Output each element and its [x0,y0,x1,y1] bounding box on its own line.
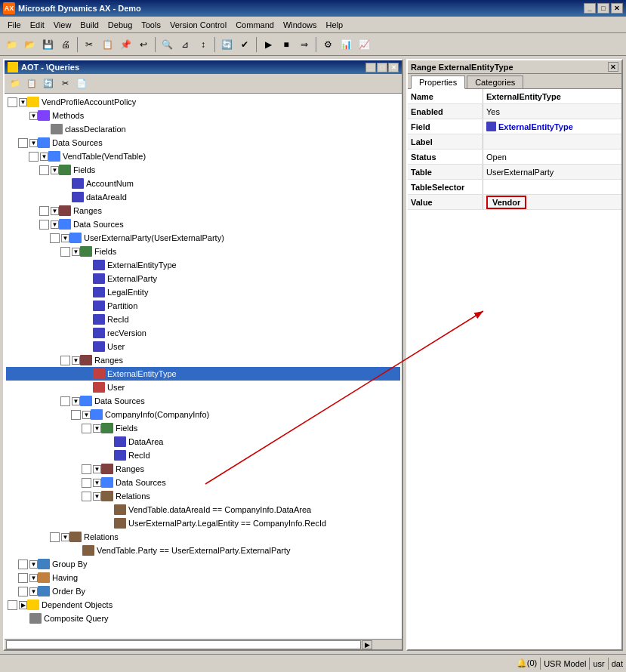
prop-value[interactable]: Vendor [483,195,621,209]
aot-minimize[interactable]: _ [365,63,376,72]
toolbar-check[interactable]: ✔ [236,36,253,53]
tree-expander[interactable] [82,368,93,379]
tree-expander[interactable] [82,273,93,284]
menu-help[interactable]: Help [322,19,348,31]
tree-item[interactable]: RecId [6,449,400,462]
toolbar-play[interactable]: ▶ [260,36,276,53]
tree-expander[interactable] [61,178,72,189]
tree-expander[interactable] [103,504,114,515]
tree-expander[interactable]: ▼ [93,424,101,433]
tree-expander[interactable] [82,328,93,338]
tree-checkbox[interactable] [29,152,39,162]
tree-expander[interactable]: ▼ [93,479,101,487]
tree-expander[interactable] [19,613,29,624]
tree-view[interactable]: ▼VendProfileAccountPolicy▼MethodsclassDe… [5,94,402,639]
menu-tools[interactable]: Tools [137,19,165,31]
tree-item[interactable]: ▼Ranges [6,462,400,476]
tree-expander[interactable] [82,287,93,297]
maximize-button[interactable]: □ [597,3,609,14]
tree-item[interactable]: VendTable.dataAreaId == CompanyInfo.Data… [6,503,400,516]
toolbar-cut[interactable]: ✂ [81,36,97,53]
tree-item[interactable]: ▼Ranges [6,353,400,367]
tree-expander[interactable]: ▼ [19,98,27,106]
tree-expander[interactable] [82,341,93,352]
window-controls[interactable]: _ □ ✕ [584,3,623,14]
tree-expander[interactable]: ▼ [29,574,38,582]
tree-checkbox[interactable] [82,492,91,501]
tree-item[interactable]: User [6,381,400,394]
tree-item[interactable]: dataAreaId [6,190,400,204]
aot-tool-new[interactable]: 📁 [8,76,23,91]
tree-expander[interactable]: ▼ [93,492,101,501]
tree-item[interactable]: ▼Ranges [6,204,400,217]
tree-checkbox[interactable] [39,220,49,230]
tree-expander[interactable]: ▼ [72,356,80,365]
tree-expander[interactable] [40,124,51,134]
menu-debug[interactable]: Debug [103,19,137,31]
tree-expander[interactable]: ▼ [29,112,38,120]
tree-checkbox[interactable] [60,396,70,406]
tree-expander[interactable] [82,260,93,270]
tree-expander[interactable]: ▼ [61,533,69,541]
menu-version-control[interactable]: Version Control [165,19,231,31]
toolbar-open[interactable]: 📂 [21,36,38,53]
tree-expander[interactable] [103,436,114,447]
scroll-right[interactable]: ▶ [362,640,372,649]
menu-edit[interactable]: Edit [26,19,49,31]
tree-expander[interactable] [103,450,114,461]
tree-item[interactable]: ExternalEntityType [6,258,400,272]
tree-item[interactable]: ▼Data Sources [6,394,400,408]
toolbar-print[interactable]: 🖨 [57,36,74,53]
menu-build[interactable]: Build [76,19,103,31]
tree-item[interactable]: ▼Having [6,571,400,584]
tree-checkbox[interactable] [39,206,49,216]
tree-checkbox[interactable] [82,478,91,488]
tree-item[interactable]: ▼CompanyInfo(CompanyInfo) [6,408,400,421]
tree-checkbox[interactable] [82,464,91,474]
tree-item[interactable]: ▼Fields [6,245,400,258]
aot-tool-copy[interactable]: 📋 [24,76,39,91]
tree-item[interactable]: LegalEntity [6,285,400,299]
tree-item[interactable]: ▼Order By [6,584,400,598]
tree-expander[interactable] [82,301,93,311]
tree-checkbox[interactable] [60,247,70,257]
tree-item[interactable]: Composite Query [6,612,400,625]
tree-item[interactable]: ▼VendProfileAccountPolicy [6,95,400,109]
tree-checkbox[interactable] [18,587,28,596]
tree-checkbox[interactable] [50,532,60,542]
toolbar-extra1[interactable]: ⚙ [319,36,336,53]
tree-expander[interactable]: ▼ [51,166,59,174]
toolbar-find[interactable]: 🔍 [159,36,175,53]
toolbar-filter[interactable]: ⊿ [177,36,193,53]
tree-expander[interactable]: ▼ [72,248,80,256]
menu-windows[interactable]: Windows [279,19,322,31]
tree-item[interactable]: UserExternalParty.LegalEntity == Company… [6,516,400,530]
tree-expander[interactable]: ▼ [61,234,69,242]
aot-tool-refresh[interactable]: 🔄 [41,76,56,91]
aot-tool-doc[interactable]: 📄 [74,76,89,91]
toolbar-stop[interactable]: ■ [278,36,294,53]
tree-expander[interactable]: ▼ [51,220,59,229]
toolbar-new[interactable]: 📁 [3,36,20,53]
tree-expander[interactable] [61,192,72,202]
tree-expander[interactable]: ▼ [40,153,48,161]
tree-item[interactable]: ▼Data Sources [6,476,400,489]
tree-item[interactable]: ▼Data Sources [6,136,400,150]
toolbar-undo[interactable]: ↩ [135,36,152,53]
tree-expander[interactable]: ▼ [29,139,38,147]
toolbar-extra2[interactable]: 📊 [338,36,354,53]
aot-close[interactable]: ✕ [388,63,399,72]
tree-expander[interactable] [82,314,93,325]
aot-tool-cut[interactable]: ✂ [57,76,72,91]
toolbar-paste[interactable]: 📌 [117,36,134,53]
toolbar-step[interactable]: ⇒ [296,36,313,53]
tree-item[interactable]: ▶Dependent Objects [6,598,400,612]
aot-controls[interactable]: _ □ ✕ [365,63,399,72]
tree-item[interactable]: ▼Group By [6,557,400,571]
tree-item[interactable]: ExternalParty [6,272,400,285]
tree-checkbox[interactable] [50,233,60,243]
toolbar-copy[interactable]: 📋 [99,36,116,53]
aot-maximize[interactable]: □ [377,63,387,72]
minimize-button[interactable]: _ [584,3,596,14]
tree-checkbox[interactable] [71,410,81,420]
